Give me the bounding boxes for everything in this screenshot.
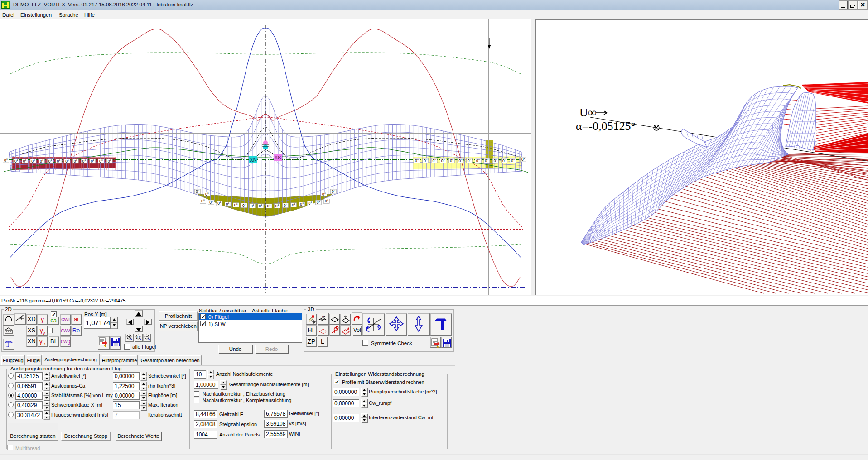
svg-text:0°: 0° [205,192,209,196]
svg-text:0°: 0° [450,158,453,163]
svg-text:0°: 0° [521,157,525,162]
svg-text:0°: 0° [317,200,320,205]
svg-text:0°: 0° [476,158,480,163]
svg-text:0°: 0° [196,189,199,194]
svg-text:0°: 0° [332,189,335,194]
svg-text:0°: 0° [91,159,94,163]
svg-text:0°: 0° [242,203,246,208]
svg-text:0°: 0° [433,158,436,163]
svg-text:0°: 0° [292,203,295,207]
svg-text:0°: 0° [31,159,35,163]
svg-text:0°: 0° [209,200,213,205]
svg-text:0°: 0° [424,158,427,163]
svg-text:0°: 0° [234,203,238,207]
svg-text:α=-0,05125°: α=-0,05125° [576,120,636,133]
svg-text:0°: 0° [14,159,18,163]
svg-text:0°: 0° [325,199,328,203]
svg-text:0°: 0° [48,159,52,163]
svg-text:0°: 0° [322,192,326,196]
svg-text:0°: 0° [485,158,488,163]
svg-text:α: α [322,314,324,318]
svg-text:0°: 0° [511,158,515,163]
svg-text:0°: 0° [458,158,462,163]
svg-text:0°: 0° [23,159,27,163]
svg-text:0°: 0° [4,158,8,163]
svg-text:0°: 0° [259,204,262,208]
svg-text:0°: 0° [441,158,445,163]
svg-text:0°: 0° [267,204,271,208]
svg-text:0°: 0° [300,202,304,206]
svg-text:0°: 0° [40,159,43,163]
svg-text:0°: 0° [201,199,205,203]
svg-text:0°: 0° [284,203,287,208]
svg-text:0°: 0° [468,158,471,163]
svg-text:0°: 0° [108,159,111,163]
svg-text:0°: 0° [415,158,419,163]
svg-text:0°: 0° [65,159,69,163]
svg-text:0°: 0° [217,201,221,206]
svg-text:U∞: U∞ [579,106,596,119]
svg-text:0°: 0° [275,204,279,208]
svg-text:0°: 0° [57,159,60,163]
svg-text:0°: 0° [82,159,86,163]
svg-text:0°: 0° [502,158,506,163]
svg-text:0°: 0° [226,202,230,206]
svg-text:0°: 0° [99,159,103,163]
svg-text:0°: 0° [309,201,312,206]
svg-text:0°: 0° [251,204,254,208]
svg-text:0°: 0° [74,159,77,163]
svg-text:1:1: 1:1 [136,336,140,339]
svg-text:XN: XN [250,157,256,163]
svg-text:XS: XS [275,155,281,160]
svg-text:0°: 0° [494,158,497,163]
